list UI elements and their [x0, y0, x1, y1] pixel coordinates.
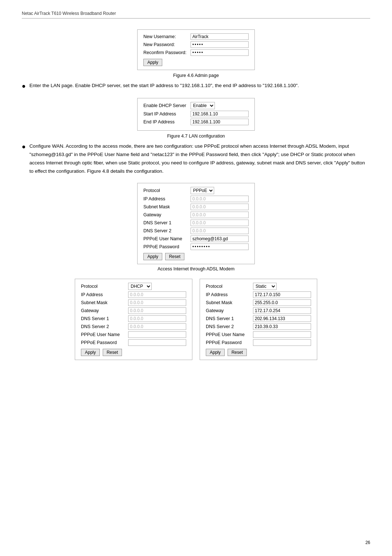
dhcp-gateway-input[interactable] [128, 307, 186, 314]
page-header: Netac AirTrack T610 Wireless Broadband R… [22, 11, 370, 19]
pppoe-user-row: PPPoE User Name [143, 236, 249, 242]
password-row: New Password: [143, 41, 249, 48]
pppoe-ip-input[interactable] [191, 196, 249, 202]
static-pass-input[interactable] [253, 339, 311, 346]
lan-bullet-dot: ● [22, 82, 26, 91]
dhcp-gateway-row: Gateway [81, 307, 186, 314]
dhcp-enable-label: Enable DHCP Server [143, 103, 191, 108]
static-user-input[interactable] [253, 331, 311, 338]
dhcp-ip-input[interactable] [128, 291, 186, 298]
wan-dhcp-box: Protocol DHCP PPPoE Static IP Address Su… [75, 279, 192, 360]
static-reset-button[interactable]: Reset [228, 349, 247, 356]
admin-apply-button[interactable]: Apply [143, 59, 162, 66]
static-ip-input[interactable] [253, 291, 311, 298]
reconfirm-row: Reconfirm Password: [143, 49, 249, 56]
start-ip-label: Start IP Address [143, 111, 191, 116]
dhcp-apply-button[interactable]: Apply [81, 349, 100, 356]
static-gateway-row: Gateway [206, 307, 311, 314]
static-subnet-input[interactable] [253, 299, 311, 306]
pppoe-dns2-input[interactable] [191, 228, 249, 234]
password-label: New Password: [143, 42, 191, 47]
header-title: Netac AirTrack T610 Wireless Broadband R… [22, 11, 116, 16]
static-user-label: PPPoE User Name [206, 332, 253, 337]
pppoe-user-label: PPPoE User Name [143, 236, 191, 241]
pppoe-pass-input[interactable] [191, 244, 249, 250]
dhcp-user-row: PPPoE User Name [81, 331, 186, 338]
dhcp-protocol-select[interactable]: DHCP PPPoE Static [128, 283, 152, 290]
lan-figure: Enable DHCP Server Enable Disable Start … [22, 98, 370, 139]
dhcp-subnet-input[interactable] [128, 299, 186, 306]
static-ip-row: IP Address [206, 291, 311, 298]
lan-bullet: ● Enter the LAN page. Enable DHCP server… [22, 82, 370, 91]
pppoe-subnet-input[interactable] [191, 204, 249, 210]
dhcp-pass-label: PPPoE Password [81, 340, 128, 345]
static-ip-label: IP Address [206, 292, 253, 297]
wan-bullet: ● Configure WAN. According to the access… [22, 142, 370, 176]
dhcp-user-label: PPPoE User Name [81, 332, 128, 337]
pppoe-subnet-row: Subnet Mask [143, 204, 249, 210]
dhcp-user-input[interactable] [128, 331, 186, 338]
dhcp-dns2-row: DNS Server 2 [81, 323, 186, 330]
static-dns1-row: DNS Server 1 [206, 315, 311, 322]
dhcp-pass-input[interactable] [128, 339, 186, 346]
static-dns1-input[interactable] [253, 315, 311, 322]
dhcp-enable-select[interactable]: Enable Disable [191, 102, 215, 109]
end-ip-input[interactable] [191, 119, 249, 125]
pppoe-pass-row: PPPoE Password [143, 244, 249, 250]
wan-two-col: Protocol DHCP PPPoE Static IP Address Su… [22, 279, 370, 360]
dhcp-dns1-input[interactable] [128, 315, 186, 322]
lan-bullet-text: Enter the LAN page. Enable DHCP server, … [29, 82, 370, 90]
pppoe-user-input[interactable] [191, 236, 249, 242]
page-number: 26 [366, 540, 370, 545]
dhcp-reset-button[interactable]: Reset [103, 349, 122, 356]
pppoe-ip-label: IP Address [143, 196, 191, 201]
admin-config-box: New Username: New Password: Reconfirm Pa… [137, 29, 255, 70]
dhcp-dns2-label: DNS Server 2 [81, 324, 128, 329]
end-ip-label: End IP Address [143, 119, 191, 124]
dhcp-dns2-input[interactable] [128, 323, 186, 330]
pppoe-gateway-input[interactable] [191, 212, 249, 218]
static-pass-row: PPPoE Password [206, 339, 311, 346]
lan-caption: Figure 4.7 LAN configuration [167, 134, 225, 139]
pppoe-dns1-input[interactable] [191, 220, 249, 226]
dhcp-dns1-row: DNS Server 1 [81, 315, 186, 322]
dhcp-subnet-row: Subnet Mask [81, 299, 186, 306]
static-dns2-row: DNS Server 2 [206, 323, 311, 330]
pppoe-ip-row: IP Address [143, 196, 249, 202]
username-label: New Username: [143, 34, 191, 39]
pppoe-reset-button[interactable]: Reset [165, 253, 184, 260]
static-pass-label: PPPoE Password [206, 340, 253, 345]
static-protocol-row: Protocol Static DHCP PPPoE [206, 283, 311, 290]
dhcp-btn-row: Apply Reset [81, 349, 186, 356]
dhcp-dns1-label: DNS Server 1 [81, 316, 128, 321]
admin-figure: New Username: New Password: Reconfirm Pa… [22, 29, 370, 78]
static-dns2-input[interactable] [253, 323, 311, 330]
static-gateway-input[interactable] [253, 307, 311, 314]
wan-bullet-text: Configure WAN. According to the access m… [29, 142, 370, 176]
pppoe-protocol-label: Protocol [143, 188, 191, 193]
static-protocol-select[interactable]: Static DHCP PPPoE [253, 283, 277, 290]
wan-pppoe-caption: Access Internet through ADSL Modem [158, 266, 234, 271]
dhcp-protocol-label: Protocol [81, 284, 128, 289]
pppoe-gateway-label: Gateway [143, 212, 191, 217]
dhcp-gateway-label: Gateway [81, 308, 128, 313]
admin-btn-row: Apply [143, 59, 249, 66]
dhcp-ip-row: IP Address [81, 291, 186, 298]
static-subnet-row: Subnet Mask [206, 299, 311, 306]
reconfirm-input[interactable] [191, 49, 249, 56]
admin-caption: Figure 4.6 Admin page [173, 73, 219, 78]
username-input[interactable] [191, 33, 249, 40]
static-apply-button[interactable]: Apply [206, 349, 225, 356]
username-row: New Username: [143, 33, 249, 40]
start-ip-input[interactable] [191, 111, 249, 117]
pppoe-apply-button[interactable]: Apply [143, 253, 162, 260]
wan-pppoe-box: Protocol PPPoE DHCP Static IP Address Su… [137, 183, 255, 264]
dhcp-protocol-row: Protocol DHCP PPPoE Static [81, 283, 186, 290]
password-input[interactable] [191, 41, 249, 48]
pppoe-dns1-row: DNS Server 1 [143, 220, 249, 226]
static-dns1-label: DNS Server 1 [206, 316, 253, 321]
lan-config-box: Enable DHCP Server Enable Disable Start … [137, 98, 255, 131]
static-dns2-label: DNS Server 2 [206, 324, 253, 329]
dhcp-pass-row: PPPoE Password [81, 339, 186, 346]
pppoe-protocol-select[interactable]: PPPoE DHCP Static [191, 187, 214, 194]
